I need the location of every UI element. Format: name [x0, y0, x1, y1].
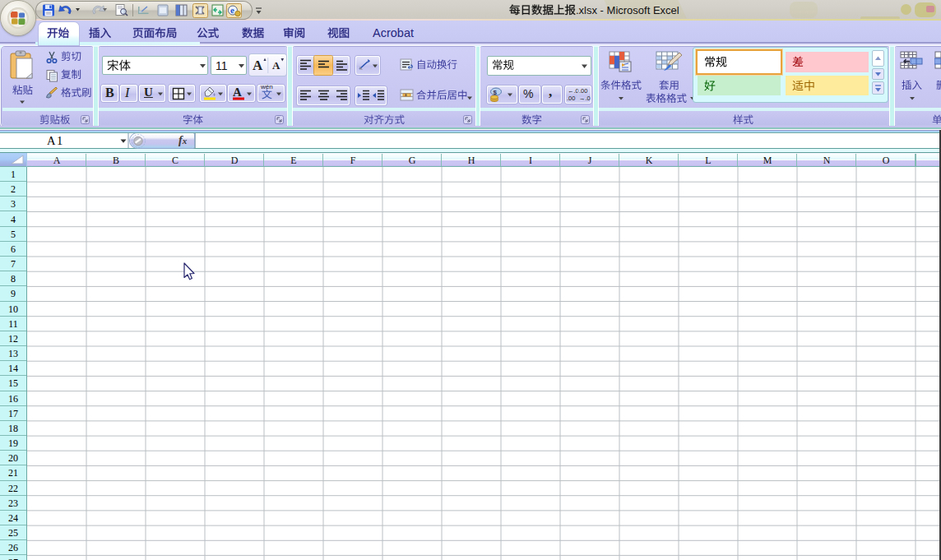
svg-text:$: $: [494, 89, 498, 96]
svg-text:A: A: [253, 58, 263, 73]
svg-text:A: A: [233, 86, 242, 99]
svg-text:e: e: [230, 5, 234, 15]
svg-text:.00: .00: [579, 87, 587, 95]
svg-text:.00: .00: [567, 95, 575, 102]
svg-text:→.0: →.0: [579, 95, 591, 102]
svg-text:A: A: [272, 59, 280, 72]
svg-text:←.0: ←.0: [568, 87, 579, 95]
